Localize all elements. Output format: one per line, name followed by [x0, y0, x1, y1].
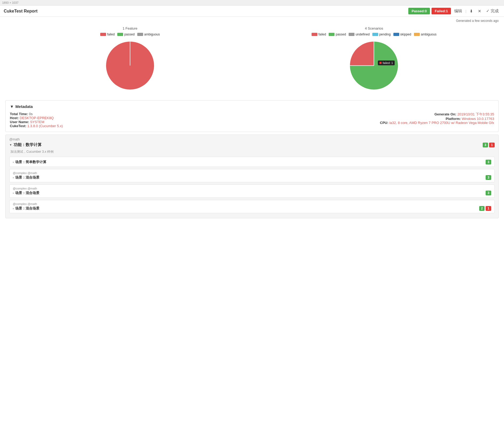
generate-on-row: Generate On: 2019/10/31 下午3:55:35	[255, 112, 494, 117]
scenario-legend-passed: passed	[329, 33, 346, 36]
legend-ambiguous: ambiguous	[137, 33, 160, 36]
feature-badges: 3 1	[483, 143, 495, 147]
legend-ambiguous-color	[137, 33, 143, 36]
scenario-legend-ambiguous: ambiguous	[414, 33, 437, 36]
scenario-pie-wrapper[interactable]: failed: 1	[252, 39, 496, 92]
feature-tags: @math	[9, 138, 495, 141]
feature-title[interactable]: ▼ 功能：数学计算	[9, 142, 42, 147]
legend-failed-color	[100, 33, 106, 36]
scenario-badge-green-0: 3	[486, 160, 491, 164]
sc-legend-pending-color	[372, 33, 378, 36]
feature-collapse-icon: ▼	[9, 143, 12, 146]
scenario-legend-undefined: undefined	[349, 33, 370, 36]
metadata-left: Total Time: 0s Host: DESKTOP-EPREK8Q Use…	[10, 112, 249, 128]
scenario-badges-2: 3	[486, 191, 491, 195]
metadata-grid: Total Time: 0s Host: DESKTOP-EPREK8Q Use…	[10, 112, 494, 128]
sc-legend-passed-color	[329, 33, 334, 36]
tooltip-dot	[380, 62, 382, 64]
scenario-collapse-icon-0: ›	[13, 161, 14, 164]
host-row: Host: DESKTOP-EPREK8Q	[10, 116, 249, 120]
scenario-item-1: @complex @math › 场景：混合场景 3	[9, 169, 495, 182]
feature-section: @math ▼ 功能：数学计算 3 1 加法测试，Cucumber 3.x 样例…	[5, 135, 499, 218]
scenario-title-1[interactable]: › 场景：混合场景	[13, 175, 39, 180]
scenario-header-1: › 场景：混合场景 3	[13, 175, 491, 180]
scenario-legend: failed passed undefined pending skipped …	[252, 33, 496, 36]
sc-legend-undefined-color	[349, 33, 354, 36]
charts-section: 1 Feature failed passed ambiguous	[0, 24, 504, 98]
scenario-legend-skipped: skipped	[393, 33, 411, 36]
scenario-badges-3: 2 1	[479, 206, 491, 211]
feature-badge-red: 1	[489, 143, 495, 147]
feature-pie-wrapper	[8, 39, 252, 92]
scenario-legend-failed: failed	[312, 33, 326, 36]
sc-legend-failed-color	[312, 33, 317, 36]
passed-button[interactable]: Passed:0	[408, 8, 430, 14]
scenario-item-3: @complex @math › 场景：混合场景 2 1	[9, 200, 495, 213]
generated-time: Generated a few seconds ago	[0, 17, 504, 24]
close-button[interactable]: ✕	[476, 8, 483, 14]
feature-header: ▼ 功能：数学计算 3 1	[9, 142, 495, 147]
scenario-title-2[interactable]: › 场景：混合场景	[13, 191, 39, 195]
header-actions: Passed:0 Failed:1 编辑 | ⬇ ✕ ✓ 完成	[408, 8, 500, 14]
cuketest-row: CukeTest: 1.3.8.0 (Cucumber 5.x)	[10, 124, 249, 128]
scenario-badge-green-2: 3	[486, 191, 491, 195]
scenario-collapse-icon-1: ›	[13, 176, 14, 179]
metadata-section: ▼ Metadata Total Time: 0s Host: DESKTOP-…	[5, 100, 499, 132]
done-button[interactable]: ✓ 完成	[485, 8, 500, 14]
username-row: User Name: SYSTEM	[10, 120, 249, 124]
feature-legend: failed passed ambiguous	[8, 33, 252, 36]
feature-chart-title: 1 Feature	[8, 26, 252, 30]
download-button[interactable]: ⬇	[468, 8, 475, 14]
feature-pie-chart	[103, 39, 157, 92]
cpu-row: CPU: ia32, 8 core, AMD Ryzen 7 PRO 2700U…	[255, 121, 494, 125]
scenario-chart-title: 4 Scenarios	[252, 26, 496, 30]
legend-failed: failed	[100, 33, 115, 36]
scenario-pie-chart	[347, 39, 401, 92]
window-dimensions: 1893 × 1037	[2, 1, 18, 4]
header: CukeTest Report Passed:0 Failed:1 编辑 | ⬇…	[0, 6, 504, 17]
scenario-header-0: › 场景：简单数学计算 3	[13, 160, 491, 164]
metadata-header: ▼ Metadata	[10, 104, 494, 109]
scenario-header-3: › 场景：混合场景 2 1	[13, 206, 491, 211]
scenario-legend-pending: pending	[372, 33, 391, 36]
scenario-tags-2: @complex @math	[13, 187, 491, 190]
scenario-badges-1: 3	[486, 175, 491, 180]
scenario-badge-green-1: 3	[486, 175, 491, 180]
scenario-item-2: @complex @math › 场景：混合场景 3	[9, 184, 495, 198]
scenario-chart-container: 4 Scenarios failed passed undefined pend…	[252, 26, 496, 92]
scenario-tags-1: @complex @math	[13, 171, 491, 175]
sc-legend-skipped-color	[393, 33, 399, 36]
total-time-row: Total Time: 0s	[10, 112, 249, 116]
scenario-tags-3: @complex @math	[13, 202, 491, 206]
failed-button[interactable]: Failed:1	[432, 8, 451, 14]
collapse-metadata-icon[interactable]: ▼	[10, 104, 14, 109]
scenario-badge-green-3: 2	[479, 206, 485, 211]
legend-passed-color	[117, 33, 123, 36]
page-title: CukeTest Report	[4, 9, 38, 14]
scenario-collapse-icon-3: ›	[13, 207, 14, 210]
sc-legend-ambiguous-color	[414, 33, 420, 36]
scenario-badge-red-3: 1	[486, 206, 491, 211]
legend-passed: passed	[117, 33, 135, 36]
scenario-collapse-icon-2: ›	[13, 192, 14, 195]
metadata-right: Generate On: 2019/10/31 下午3:55:35 Platfo…	[255, 112, 494, 128]
feature-badge-green: 3	[483, 143, 488, 147]
pie-tooltip: failed: 1	[378, 61, 395, 65]
scenario-slice-failed	[350, 42, 374, 66]
window-chrome: 1893 × 1037	[0, 0, 504, 6]
scenario-item-0: › 场景：简单数学计算 3	[9, 157, 495, 167]
scenario-badges-0: 3	[486, 160, 491, 164]
feature-description: 加法测试，Cucumber 3.x 样例	[9, 150, 495, 154]
scenario-title-3[interactable]: › 场景：混合场景	[13, 206, 39, 211]
scenario-title-0[interactable]: › 场景：简单数学计算	[13, 160, 46, 164]
feature-chart-container: 1 Feature failed passed ambiguous	[8, 26, 252, 92]
edit-button[interactable]: 编辑	[453, 8, 464, 14]
scenario-header-2: › 场景：混合场景 3	[13, 191, 491, 195]
platform-row: Platform: Windows 10.0.17763	[255, 117, 494, 121]
